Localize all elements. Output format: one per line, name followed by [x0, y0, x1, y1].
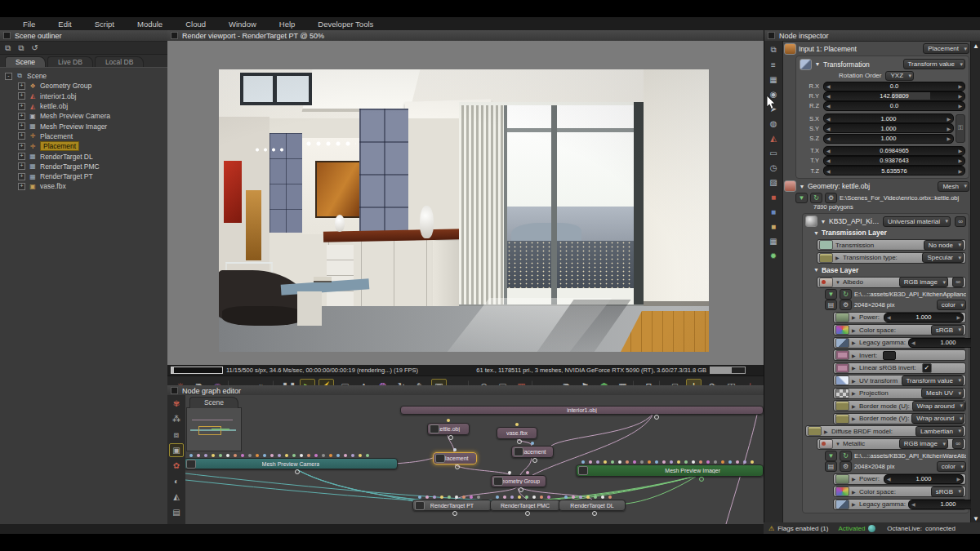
load-node-icon[interactable]: ▼ — [825, 289, 837, 300]
node-output-pin[interactable] — [455, 464, 460, 469]
tree-item[interactable]: + Placement — [5, 141, 167, 151]
slider-track[interactable]: 0.0 — [823, 101, 965, 111]
albedo-dropdown[interactable]: RGB image — [899, 277, 948, 287]
node-output-pin[interactable] — [295, 469, 300, 474]
expander-icon[interactable]: ▶ — [852, 378, 857, 384]
expander-icon[interactable]: ▶ — [852, 327, 857, 333]
node-output-pin[interactable] — [452, 511, 457, 516]
group-nodes-icon[interactable]: ⧈ — [169, 428, 184, 442]
panel-checkbox[interactable] — [768, 32, 775, 39]
node-pin[interactable] — [596, 460, 599, 464]
node-pin[interactable] — [226, 454, 229, 457]
panel-checkbox[interactable] — [171, 387, 178, 394]
viewport-body[interactable]: 11/15/500 s/px, 34.6 Ms/sec, 00:00:00/00… — [167, 41, 764, 354]
tree-item-label[interactable]: Scene — [27, 72, 47, 80]
outliner-tab[interactable]: Live DB — [47, 56, 93, 67]
node-pin[interactable] — [640, 460, 644, 464]
link-icon[interactable]: ∞ — [955, 216, 966, 227]
node-pin[interactable] — [418, 495, 421, 499]
transmission-dropdown[interactable]: No node — [924, 240, 964, 251]
graph-node[interactable]: Mesh Preview Imager — [576, 464, 764, 477]
expander-icon[interactable]: ▶ — [824, 429, 829, 434]
load-node-icon[interactable]: ▼ — [825, 451, 837, 461]
octane-live-icon[interactable] — [868, 525, 875, 532]
node-output-pin[interactable] — [592, 511, 597, 516]
expander-icon[interactable]: ▶ — [852, 390, 857, 396]
node-pin[interactable] — [336, 454, 340, 457]
tree-item[interactable]: + Placement — [5, 131, 167, 141]
material-ball-icon[interactable]: ✾ — [169, 397, 184, 411]
node-pin[interactable] — [608, 495, 612, 499]
node-pin[interactable] — [581, 460, 585, 464]
tree-item-label[interactable]: Mesh Preview Camera — [40, 112, 110, 120]
city-node-icon[interactable]: ▤ — [169, 505, 184, 519]
transmission-layer-section[interactable]: ▼Transmission Layer — [805, 228, 966, 238]
transmission-row[interactable]: Transmission No node — [817, 239, 966, 251]
slider-track[interactable]: 1.000 — [823, 134, 954, 144]
power-slider[interactable]: 1.000 — [884, 313, 964, 322]
power-row[interactable]: ▶ Power: 1.000 — [833, 312, 966, 323]
expand-toggle-icon[interactable]: + — [18, 162, 25, 170]
node-pin[interactable] — [518, 495, 521, 499]
node-pin[interactable] — [219, 454, 222, 457]
node-pin[interactable] — [751, 460, 754, 464]
node-pin[interactable] — [579, 495, 582, 499]
expand-toggle-icon[interactable]: - — [5, 73, 12, 80]
node-pin[interactable] — [547, 495, 550, 499]
node-pin[interactable] — [721, 460, 724, 464]
tree-item-label[interactable]: kettle.obj — [40, 102, 68, 110]
tree-item-label[interactable]: Placement — [40, 141, 79, 151]
metallic-power-row[interactable]: ▶ Power: 1.000 — [833, 473, 966, 485]
node-pin[interactable] — [189, 454, 193, 457]
disk-icon[interactable]: ▤ — [825, 461, 837, 472]
node-pin[interactable] — [564, 495, 568, 499]
medium-node-icon[interactable]: ◐ — [169, 474, 184, 488]
node-pin[interactable] — [285, 454, 288, 457]
node-pin[interactable] — [503, 495, 506, 499]
projection-dropdown[interactable]: Mesh UV — [921, 388, 964, 398]
node-pin[interactable] — [626, 460, 629, 464]
albedo-type-dropdown[interactable]: color — [937, 300, 966, 310]
node-pin[interactable] — [589, 460, 592, 464]
transformation-dropdown[interactable]: Transform value — [903, 59, 966, 69]
expander-icon[interactable]: ▶ — [852, 476, 857, 482]
link-icon[interactable]: ∞ — [952, 438, 964, 449]
node-pin[interactable] — [329, 454, 332, 457]
light-icon[interactable]: ✹ — [767, 250, 780, 261]
menu-item[interactable]: Edit — [47, 20, 82, 29]
red-cube-icon[interactable]: ■ — [767, 191, 780, 202]
scale-lock-icon[interactable]: ⚿ — [956, 114, 965, 144]
expander-icon[interactable]: ▶ — [852, 403, 857, 409]
linear-srgb-checkbox[interactable] — [922, 363, 932, 373]
refresh-icon[interactable]: ↺ — [31, 43, 38, 52]
flags-enabled-label[interactable]: Flags enabled (1) — [777, 525, 828, 532]
node-pin[interactable] — [212, 454, 215, 457]
slider-track[interactable]: 0.6984965 — [823, 146, 965, 156]
albedo-row[interactable]: ▼ Albedo RGB image ∞ — [817, 277, 966, 288]
node-pin[interactable] — [462, 495, 466, 499]
node-pin[interactable] — [670, 460, 673, 464]
tree-item-label[interactable]: Placement — [40, 132, 73, 140]
node-pin[interactable] — [197, 454, 200, 457]
transmission-swatch-icon[interactable] — [819, 240, 833, 250]
node-pin[interactable] — [359, 454, 362, 457]
color-space-row[interactable]: ▶ Color space: sRGB — [833, 324, 966, 335]
node-palette-icon[interactable]: ⁂ — [169, 412, 184, 426]
expand-toggle-icon[interactable]: + — [18, 183, 25, 190]
input1-dropdown[interactable]: Placement — [923, 43, 969, 54]
menu-item[interactable]: Help — [268, 20, 307, 29]
linear-srgb-row[interactable]: ▶ Linear sRGB invert: — [833, 362, 966, 374]
power-slider[interactable]: 1.000 — [884, 474, 964, 484]
node-pin[interactable] — [515, 423, 519, 426]
node-output-pin[interactable] — [532, 458, 537, 463]
mesh-icon[interactable]: ◭ — [767, 132, 780, 144]
tree-item-label[interactable]: RenderTarget PMC — [40, 162, 100, 171]
reload-file-icon[interactable]: ↻ — [840, 289, 852, 300]
node-pin[interactable] — [618, 460, 621, 464]
node-pin[interactable] — [684, 460, 688, 464]
projection-row[interactable]: ▶ Projection Mesh UV — [833, 388, 966, 399]
node-pin[interactable] — [366, 454, 369, 457]
graph-node[interactable]: Placement — [511, 446, 554, 458]
node-pin[interactable] — [728, 460, 732, 464]
tree-item-label[interactable]: vase.fbx — [40, 182, 66, 190]
